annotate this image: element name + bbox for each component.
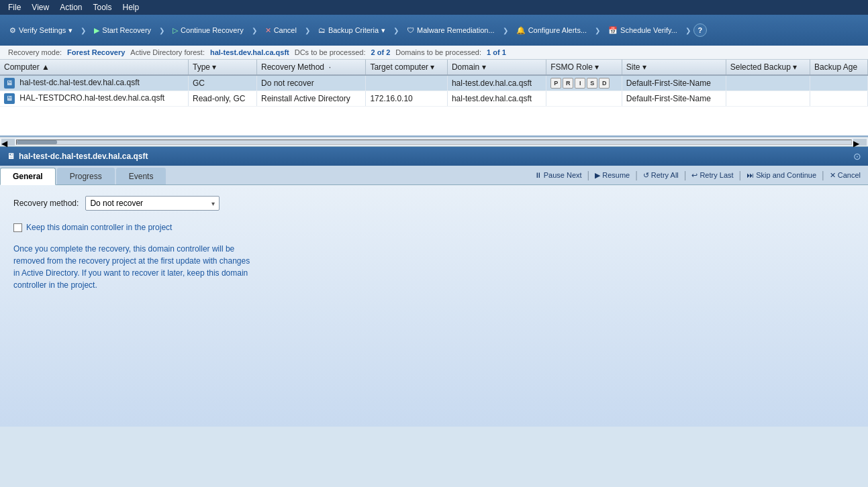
skip-continue-button[interactable]: ⏭ Skip and Continue [743,170,820,180]
tab-content-general: Recovery method: Do not recover ▾ Keep t… [0,185,868,427]
col-backup-age[interactable]: Backup Age [810,60,868,75]
retry-last-icon: ↩ [691,171,697,180]
keep-dc-checkbox-row: Keep this domain controller in the proje… [13,221,855,233]
alerts-label: Configure Alerts... [528,26,587,34]
pause-next-button[interactable]: ⏸ Pause Next [531,170,585,180]
tabs-row: General Progress Events ⏸ Pause Next | ▶… [0,166,868,185]
col-computer[interactable]: Computer ▲ [0,60,189,75]
retry-last-button[interactable]: ↩ Retry Last [688,170,736,181]
scroll-thumb[interactable] [17,140,57,144]
cell-domain: hal-test.dev.hal.ca.qsft [447,91,546,107]
scroll-left-btn[interactable]: ◀ [1,139,15,146]
detail-title-text: hal-test-dc.hal-test.dev.hal.ca.qsft [19,152,148,161]
start-recovery-button[interactable]: ▶ Start Recovery [89,23,156,38]
cell-site: Default-First-Site-Name [622,91,726,107]
dc-table-container: Computer ▲ Type ▾ Recovery Method · Targ… [0,60,868,137]
cancel-action-icon: ✕ [830,171,836,180]
configure-alerts-button[interactable]: 🔔 Configure Alerts... [511,23,592,38]
detail-title: 🖥 hal-test-dc.hal-test.dev.hal.ca.qsft [7,152,148,161]
resume-label: Resume [602,171,630,179]
continue-recovery-label: Continue Recovery [181,26,244,34]
cell-target-computer [366,75,448,91]
backup-criteria-button[interactable]: 🗂 Backup Criteria ▾ [313,23,391,38]
continue-recovery-button[interactable]: ▷ Continue Recovery [167,23,249,38]
dcs-value: 2 of 2 [371,48,391,56]
scroll-track[interactable] [16,140,852,145]
info-description: Once you complete the recovery, this dom… [13,243,255,291]
resume-button[interactable]: ▶ Resume [591,170,633,181]
recovery-method-dropdown[interactable]: Do not recover ▾ [85,196,220,211]
keep-dc-checkbox[interactable] [13,223,22,232]
col-site[interactable]: Site ▾ [622,60,726,75]
cancel-toolbar-button[interactable]: ✕ Cancel [260,23,302,38]
col-type[interactable]: Type ▾ [189,60,257,75]
start-recovery-label: Start Recovery [102,26,151,34]
ad-forest-label: Active Directory forest: [130,48,205,56]
menu-action[interactable]: Action [54,1,87,13]
cancel-action-button[interactable]: ✕ Cancel [826,170,864,181]
collapse-button[interactable]: ⊙ [853,151,861,162]
alerts-icon: 🔔 [516,26,526,35]
dc-table: Computer ▲ Type ▾ Recovery Method · Targ… [0,60,868,107]
retry-all-label: Retry All [651,171,679,179]
skip-icon: ⏭ [746,171,754,179]
malware-remediation-button[interactable]: 🛡 Malware Remediation... [401,23,500,37]
domains-label: Domains to be processed: [395,48,481,56]
toolbar-separator-4: ❯ [305,27,310,34]
recovery-method-label: Recovery method: [13,199,79,208]
dropdown-value: Do not recover [90,199,143,208]
detail-dc-icon: 🖥 [7,152,15,161]
backup-criteria-arrow: ▾ [381,26,385,35]
schedule-verify-button[interactable]: 📅 Schedule Verify... [603,23,683,38]
verify-settings-arrow: ▾ [68,26,73,35]
col-domain[interactable]: Domain ▾ [447,60,546,75]
cell-computer: 🖥 hal-test-dc.hal-test.dev.hal.ca.qsft [0,75,189,91]
cell-backup-age [810,91,868,107]
malware-icon: 🛡 [407,26,414,34]
cell-target-computer: 172.16.0.10 [366,91,448,107]
col-selected-backup[interactable]: Selected Backup ▾ [726,60,810,75]
col-fsmo-role[interactable]: FSMO Role ▾ [546,60,622,75]
backup-criteria-label: Backup Criteria [328,26,379,34]
fsmo-s: S [587,78,597,89]
start-recovery-icon: ▶ [94,26,99,35]
recovery-mode-value[interactable]: Forest Recovery [67,48,125,56]
cell-backup-age [810,75,868,91]
tab-general[interactable]: General [0,168,56,185]
table-row[interactable]: 🖥 hal-test-dc.hal-test.dev.hal.ca.qsft G… [0,75,868,91]
action-sep-4: | [739,170,742,180]
toolbar-separator-3: ❯ [252,27,257,34]
horizontal-scrollbar[interactable]: ◀ ▶ [0,137,868,146]
verify-settings-label: Verify Settings [19,26,66,34]
computer-name: HAL-TESTDCRO.hal-test.dev.hal.ca.qsft [19,93,164,103]
scroll-right-btn[interactable]: ▶ [853,139,867,146]
menu-bar: File View Action Tools Help [0,0,868,15]
menu-tools[interactable]: Tools [88,1,117,13]
cell-fsmo-role: P R I S D [546,75,622,91]
pause-next-icon: ⏸ [534,171,542,179]
action-sep-1: | [587,170,590,180]
retry-all-icon: ↺ [643,171,649,180]
menu-view[interactable]: View [26,1,54,13]
schedule-icon: 📅 [608,26,618,35]
tab-events[interactable]: Events [116,168,166,184]
verify-settings-button[interactable]: ⚙ Verify Settings ▾ [4,23,78,38]
pause-next-label: Pause Next [544,171,582,179]
table-row[interactable]: 🖥 HAL-TESTDCRO.hal-test.dev.hal.ca.qsft … [0,91,868,107]
toolbar: ⚙ Verify Settings ▾ ❯ ▶ Start Recovery ❯… [0,15,868,46]
tab-progress[interactable]: Progress [57,168,115,184]
menu-help[interactable]: Help [117,1,145,13]
recovery-mode-label: Recovery mode: [8,48,62,56]
cell-computer: 🖥 HAL-TESTDCRO.hal-test.dev.hal.ca.qsft [0,91,189,107]
fsmo-d: D [599,78,610,89]
col-target-computer[interactable]: Target computer ▾ [366,60,448,75]
retry-all-button[interactable]: ↺ Retry All [640,170,682,181]
toolbar-separator-5: ❯ [393,27,399,34]
dc-icon: 🖥 [4,78,15,89]
action-sep-3: | [684,170,687,180]
col-recovery-method[interactable]: Recovery Method · [256,60,365,75]
help-button[interactable]: ? [693,23,707,37]
cell-type: GC [189,75,257,91]
keep-dc-label: Keep this domain controller in the proje… [26,221,172,233]
menu-file[interactable]: File [3,1,26,13]
